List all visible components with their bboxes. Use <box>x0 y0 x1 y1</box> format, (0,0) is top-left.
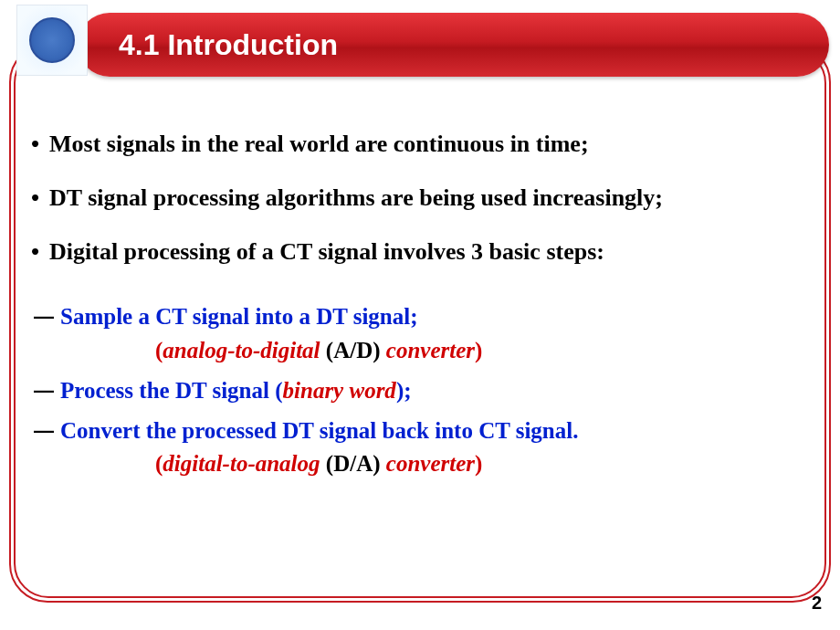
slide-title-bar: 4.1 Introduction <box>78 13 829 77</box>
paren-open: ( <box>275 378 282 403</box>
bullet-icon: • <box>27 236 49 268</box>
step-item: — Sample a CT signal into a DT signal; <box>27 300 840 333</box>
paren-text: analog-to-digital <box>163 338 325 362</box>
paren-text: converter <box>386 451 475 476</box>
paren-text: (A/D) <box>326 338 386 362</box>
step-text: Sample a CT signal into a DT signal; <box>60 300 418 333</box>
bullet-item: • DT signal processing algorithms are be… <box>27 182 840 214</box>
step-text-main: Process the DT signal <box>60 378 275 403</box>
university-logo <box>16 5 88 76</box>
dash-icon: — <box>27 374 60 405</box>
bullet-item: • Digital processing of a CT signal invo… <box>27 236 840 268</box>
bullet-icon: • <box>27 128 49 160</box>
bullet-text: Most signals in the real world are conti… <box>49 128 589 160</box>
logo-emblem <box>29 17 75 63</box>
paren-close: ) <box>475 451 482 476</box>
paren-text: digital-to-analog <box>163 451 325 476</box>
paren-close: ) <box>475 338 482 362</box>
slide-content: • Most signals in the real world are con… <box>27 128 840 571</box>
step-text: Process the DT signal (binary word); <box>60 374 412 407</box>
bullet-item: • Most signals in the real world are con… <box>27 128 840 160</box>
paren-text: converter <box>386 338 475 362</box>
paren-text: binary word <box>283 378 396 403</box>
dash-icon: — <box>27 300 60 331</box>
bullet-text: DT signal processing algorithms are bein… <box>49 182 663 214</box>
bullet-text: Digital processing of a CT signal involv… <box>49 236 604 268</box>
step-item: — Convert the processed DT signal back i… <box>27 415 840 447</box>
paren-close: ); <box>396 378 412 403</box>
page-number: 2 <box>812 593 822 614</box>
step-sub: (digital-to-analog (D/A) converter) <box>155 447 840 480</box>
step-sub: (analog-to-digital (A/D) converter) <box>155 334 840 367</box>
dash-icon: — <box>27 415 60 446</box>
paren-text: (D/A) <box>326 451 386 476</box>
step-text: Convert the processed DT signal back int… <box>60 415 578 447</box>
step-item: — Process the DT signal (binary word); <box>27 374 840 407</box>
bullet-icon: • <box>27 182 49 214</box>
slide-title: 4.1 Introduction <box>119 28 338 62</box>
